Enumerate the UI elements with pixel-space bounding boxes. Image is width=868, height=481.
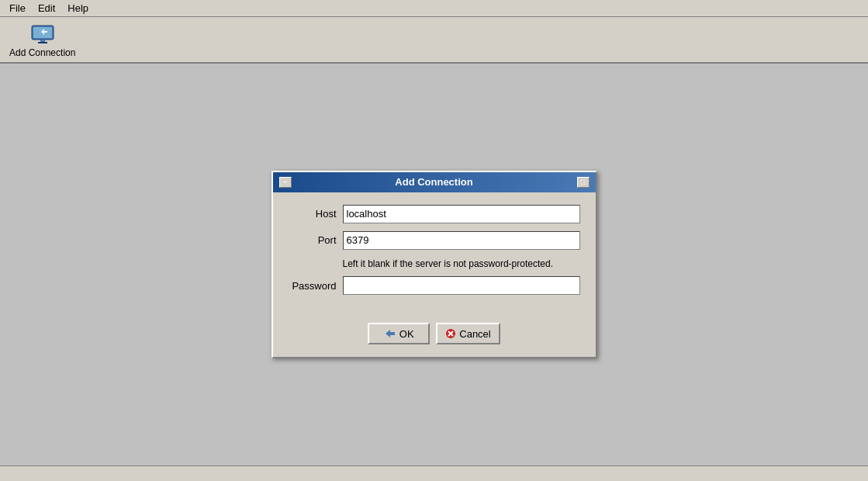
svg-rect-3 xyxy=(38,42,47,43)
host-row: Host xyxy=(289,205,580,223)
dialog-content: Host Port Left it blank if the server is… xyxy=(273,192,596,316)
add-connection-icon xyxy=(30,21,55,46)
menu-bar: File Edit Help xyxy=(0,0,868,17)
password-label: Password xyxy=(289,280,343,292)
toolbar: Add Connection xyxy=(0,17,868,64)
dialog-maximize-button[interactable]: □ xyxy=(577,177,590,188)
host-input[interactable] xyxy=(343,205,580,223)
password-input[interactable] xyxy=(343,276,580,295)
ok-button[interactable]: OK xyxy=(368,323,430,344)
cancel-button[interactable]: Cancel xyxy=(436,323,500,344)
dialog-overlay: – Add Connection □ Host Port xyxy=(0,64,868,465)
host-label: Host xyxy=(289,208,343,220)
add-connection-label: Add Connection xyxy=(9,47,75,58)
ok-label: OK xyxy=(399,328,414,340)
password-hint: Left it blank if the server is not passw… xyxy=(343,258,580,271)
add-connection-dialog: – Add Connection □ Host Port xyxy=(271,171,597,359)
add-connection-toolbar-button[interactable]: Add Connection xyxy=(5,18,80,61)
dialog-minimize-button[interactable]: – xyxy=(279,177,292,188)
menu-edit[interactable]: Edit xyxy=(32,1,61,16)
dialog-title: Add Connection xyxy=(292,176,577,188)
ok-icon xyxy=(384,328,396,339)
dialog-titlebar: – Add Connection □ xyxy=(273,172,596,192)
port-input[interactable] xyxy=(343,231,580,250)
dialog-titlebar-controls: □ xyxy=(577,177,590,188)
port-label: Port xyxy=(289,234,343,246)
cancel-label: Cancel xyxy=(459,328,490,340)
password-row: Password xyxy=(289,276,580,295)
menu-help[interactable]: Help xyxy=(61,1,95,16)
cancel-icon xyxy=(445,328,456,339)
status-bar xyxy=(0,465,868,481)
main-area: – Add Connection □ Host Port xyxy=(0,64,868,465)
menu-file[interactable]: File xyxy=(3,1,32,16)
dialog-buttons: OK Cancel xyxy=(273,315,596,357)
port-row: Port xyxy=(289,231,580,250)
